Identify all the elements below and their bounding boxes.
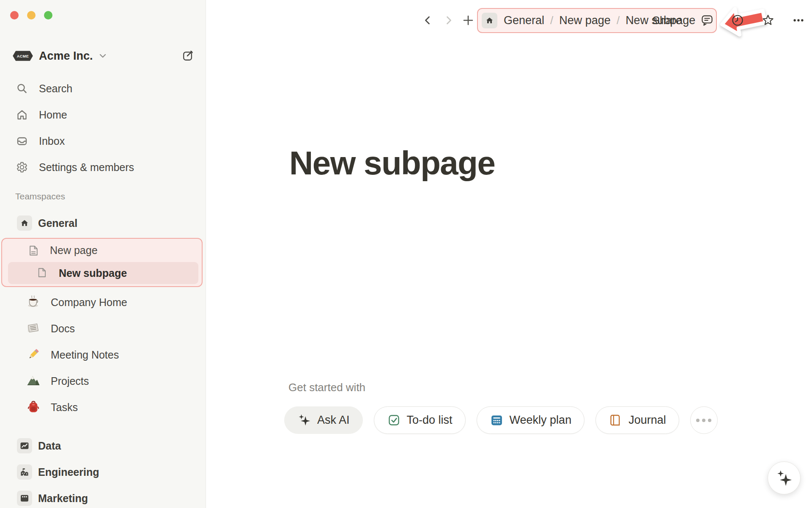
sidebar-item-label: Inbox (39, 135, 65, 147)
workspace-switcher[interactable]: ACME Acme Inc. (13, 45, 195, 67)
pencil-icon (26, 347, 41, 362)
sidebar-item-meeting-notes[interactable]: Meeting Notes (0, 342, 206, 368)
sidebar-item-marketing[interactable]: Marketing (0, 485, 206, 508)
chart-badge-icon (17, 438, 32, 453)
chevron-down-icon (98, 51, 107, 61)
acme-logo: ACME (13, 48, 33, 64)
close-button[interactable] (10, 11, 19, 19)
sidebar-item-label: Settings & members (39, 161, 134, 174)
sidebar-item-inbox[interactable]: Inbox (0, 128, 206, 154)
calendar-icon (490, 413, 504, 427)
topbar-actions: Share (653, 9, 805, 31)
todo-list-button[interactable]: To-do list (374, 406, 466, 434)
page-label: Tasks (51, 401, 78, 414)
sidebar-item-new-subpage[interactable]: New subpage (8, 262, 198, 284)
page-label: Meeting Notes (51, 349, 119, 361)
get-started-label: Get started with (288, 381, 365, 394)
teamspace-label: Data (38, 440, 61, 452)
zoom-button[interactable] (44, 11, 52, 19)
sidebar-item-new-page[interactable]: New page (2, 239, 202, 262)
topbar: General / New page / New subpage Share (206, 0, 812, 41)
favorite-star-icon[interactable] (761, 14, 775, 27)
journal-button[interactable]: Journal (595, 406, 679, 434)
document-icon (36, 267, 48, 279)
breadcrumb-item-new-page[interactable]: New page (559, 14, 611, 27)
sidebar-item-tasks[interactable]: Tasks (0, 394, 206, 420)
chevron-left-icon (426, 17, 429, 24)
house-icon (485, 16, 494, 25)
teamspace-label: General (38, 217, 77, 229)
svg-text:ACME: ACME (17, 54, 29, 58)
sidebar-item-label: Search (39, 83, 72, 95)
sidebar-item-engineering[interactable]: Engineering (0, 459, 206, 485)
page-title[interactable]: New subpage (289, 144, 495, 182)
action-label: Ask AI (317, 414, 350, 427)
sidebar-item-general[interactable]: General (0, 210, 206, 236)
teamspace-pages-list: Company Home Docs Meeting Notes Projects… (0, 289, 206, 420)
sidebar-item-company-home[interactable]: Company Home (0, 289, 206, 315)
forward-button[interactable] (441, 13, 456, 28)
weekly-plan-button[interactable]: Weekly plan (477, 406, 585, 434)
ask-ai-button[interactable]: Ask AI (284, 406, 363, 434)
history-clock-icon[interactable] (731, 14, 744, 27)
sidebar: ACME Acme Inc. Search Home Inbox (0, 0, 206, 508)
sidebar-item-search[interactable]: Search (0, 75, 206, 102)
mountain-icon (26, 373, 41, 389)
teamspace-groups-list: Data Engineering Marketing (0, 433, 206, 508)
more-ellipsis-icon (696, 419, 700, 422)
billboard-badge-icon (17, 491, 32, 506)
sidebar-item-label: Home (39, 109, 67, 121)
backpack-icon (26, 400, 41, 415)
inbox-icon (16, 135, 28, 147)
building-badge-icon (17, 464, 32, 480)
minimize-button[interactable] (27, 11, 36, 19)
gear-icon (16, 161, 28, 173)
page-label: New page (50, 244, 98, 257)
breadcrumb-separator: / (617, 14, 620, 27)
page-label: Company Home (51, 296, 127, 309)
new-tab-button[interactable] (461, 13, 476, 28)
comment-icon[interactable] (700, 14, 714, 27)
sidebar-item-home[interactable]: Home (0, 102, 206, 128)
coffee-icon (26, 295, 41, 310)
home-icon (16, 109, 28, 121)
teamspaces-section-label: Teamspaces (15, 191, 65, 202)
plus-icon (464, 16, 472, 25)
ai-assistant-button[interactable] (768, 461, 801, 494)
teamspace-label: Engineering (38, 466, 99, 478)
document-lines-icon (27, 245, 39, 257)
ai-sparkle-icon (775, 469, 793, 487)
breadcrumb-home-button[interactable] (482, 13, 497, 28)
workspace-name: Acme Inc. (39, 50, 93, 63)
chevron-right-icon (447, 17, 451, 24)
sidebar-item-data[interactable]: Data (0, 433, 206, 459)
todo-checkbox-icon (387, 413, 401, 427)
compose-icon[interactable] (181, 49, 195, 63)
window-controls (10, 11, 52, 19)
action-label: To-do list (407, 414, 453, 427)
ai-sparkle-icon (297, 413, 311, 427)
sidebar-item-projects[interactable]: Projects (0, 368, 206, 394)
page-label: Docs (51, 323, 75, 335)
share-button[interactable]: Share (653, 14, 682, 27)
teamspace-root-list: General (0, 210, 206, 236)
sidebar-item-docs[interactable]: Docs (0, 315, 206, 342)
house-badge-icon (17, 215, 32, 231)
action-label: Journal (628, 414, 666, 427)
sidebar-nav: Search Home Inbox Settings & members (0, 75, 206, 180)
sidebar-highlight-box: New page New subpage (1, 238, 203, 287)
sidebar-item-settings[interactable]: Settings & members (0, 154, 206, 180)
page-label: Projects (51, 375, 89, 387)
more-templates-button[interactable] (690, 406, 718, 434)
breadcrumb-separator: / (550, 14, 553, 27)
search-icon (16, 83, 28, 94)
page-label: New subpage (59, 267, 127, 279)
teamspace-label: Marketing (38, 492, 88, 505)
action-label: Weekly plan (510, 414, 572, 427)
back-button[interactable] (420, 13, 435, 28)
more-ellipsis-icon[interactable] (792, 14, 805, 27)
breadcrumb-item-general[interactable]: General (504, 14, 544, 27)
newspaper-icon (26, 321, 41, 336)
get-started-actions: Ask AI To-do list Weekly plan Journal (284, 406, 718, 434)
journal-book-icon (609, 413, 623, 427)
